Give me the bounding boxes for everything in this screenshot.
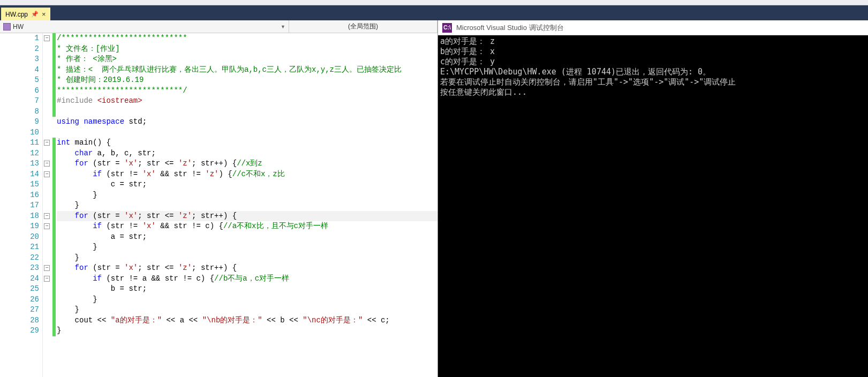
code-line[interactable]: } (57, 326, 437, 336)
code-line[interactable]: char a, b, c, str; (57, 148, 437, 159)
code-line[interactable]: a = str; (57, 232, 437, 243)
line-number: 16 (0, 190, 39, 201)
line-number: 10 (0, 127, 39, 138)
fold-toggle[interactable]: − (44, 213, 50, 219)
scope-dropdown[interactable]: (全局范围) (289, 20, 437, 33)
fold-toggle[interactable]: − (44, 171, 50, 177)
code-line[interactable] (57, 127, 437, 138)
code-line[interactable]: } (57, 253, 437, 263)
code-line[interactable]: if (str != 'x' && str != 'z') {//c不和x，z比 (57, 169, 437, 180)
change-marker (52, 326, 56, 336)
code-line[interactable]: ****************************/ (57, 86, 437, 96)
code-line[interactable]: * 作者： <涂黑> (57, 54, 437, 65)
fold-toggle[interactable]: − (44, 161, 50, 167)
line-number: 7 (0, 96, 39, 107)
line-number: 6 (0, 86, 39, 96)
code-line[interactable]: } (57, 200, 437, 211)
code-line[interactable]: * 文件名：[作业] (57, 44, 437, 55)
code-line[interactable]: } (57, 295, 437, 305)
change-marker (52, 200, 56, 211)
line-number: 4 (0, 65, 39, 76)
change-marker (52, 169, 56, 180)
code-editor-pane: HW ▼ (全局范围) 1234567891011121314151617181… (0, 20, 438, 377)
code-line[interactable]: } (57, 242, 437, 253)
change-marker (52, 253, 56, 263)
console-titlebar[interactable]: C:\ Microsoft Visual Studio 调试控制台 (438, 20, 868, 35)
main-area: HW ▼ (全局范围) 1234567891011121314151617181… (0, 20, 868, 377)
line-number: 28 (0, 315, 39, 326)
code-line[interactable]: } (57, 305, 437, 315)
class-dropdown[interactable]: HW ▼ (0, 20, 289, 33)
change-marker (52, 179, 56, 190)
line-number: 11 (0, 138, 39, 148)
pin-icon[interactable]: 📌 (31, 11, 39, 18)
code-line[interactable]: cout << "a的对手是：" << a << "\nb的对手是：" << b… (57, 315, 437, 326)
change-marker (52, 295, 56, 305)
console-output[interactable]: a的对手是： z b的对手是： x c的对手是： y E:\MYCPP\HW\D… (438, 35, 868, 377)
document-tab-strip: HW.cpp 📌 × (0, 5, 868, 20)
line-number: 18 (0, 211, 39, 222)
line-number-gutter: 1234567891011121314151617181920212223242… (0, 33, 43, 377)
close-icon[interactable]: × (42, 10, 46, 18)
debug-console-window: C:\ Microsoft Visual Studio 调试控制台 a的对手是：… (438, 20, 868, 377)
class-label: HW (13, 23, 24, 31)
line-number: 19 (0, 221, 39, 232)
line-number: 5 (0, 75, 39, 86)
line-number: 29 (0, 326, 39, 336)
line-number: 22 (0, 253, 39, 263)
line-number: 1 (0, 33, 39, 44)
line-number: 12 (0, 148, 39, 159)
change-marker (52, 242, 56, 253)
line-number: 14 (0, 169, 39, 180)
code-line[interactable]: * 描述：< 两个乒乓球队进行比赛，各出三人。甲队为a,b,c三人，乙队为x,y… (57, 65, 437, 76)
class-icon (3, 23, 11, 31)
fold-toggle[interactable]: − (44, 140, 50, 146)
change-marker (52, 159, 56, 169)
change-indicator-bar (52, 33, 56, 377)
file-tab-hw-cpp[interactable]: HW.cpp 📌 × (1, 7, 50, 20)
line-number: 2 (0, 44, 39, 55)
code-line[interactable]: using namespace std; (57, 117, 437, 127)
change-marker (52, 44, 56, 55)
fold-toggle[interactable]: − (44, 265, 50, 271)
change-marker (52, 96, 56, 107)
code-line[interactable]: int main() { (57, 138, 437, 148)
code-line[interactable]: for (str = 'x'; str <= 'z'; str++) { (57, 211, 437, 222)
line-number: 15 (0, 179, 39, 190)
console-icon: C:\ (442, 23, 452, 33)
tab-label: HW.cpp (5, 11, 28, 18)
scope-label: (全局范围) (348, 22, 378, 31)
line-number: 13 (0, 159, 39, 169)
chevron-down-icon: ▼ (281, 24, 285, 29)
fold-column[interactable]: −−−−−−−− (43, 33, 52, 377)
change-marker (52, 107, 56, 117)
line-number: 26 (0, 295, 39, 305)
code-text[interactable]: /***************************** 文件名：[作业]*… (56, 33, 437, 377)
line-number: 24 (0, 274, 39, 284)
change-marker (52, 232, 56, 243)
code-line[interactable]: for (str = 'x'; str <= 'z'; str++) {//x到… (57, 159, 437, 169)
change-marker (52, 221, 56, 232)
code-line[interactable]: if (str != 'x' && str != c) {//a不和x比，且不与… (57, 221, 437, 232)
code-line[interactable] (57, 107, 437, 117)
navigation-bar: HW ▼ (全局范围) (0, 20, 437, 33)
change-marker (52, 54, 56, 65)
line-number: 27 (0, 305, 39, 315)
change-marker (52, 284, 56, 295)
fold-toggle[interactable]: − (44, 223, 50, 229)
line-number: 3 (0, 54, 39, 65)
fold-toggle[interactable]: − (44, 276, 50, 282)
code-line[interactable]: b = str; (57, 284, 437, 295)
code-line[interactable]: if (str != a && str != c) {//b不与a，c对手一样 (57, 274, 437, 284)
change-marker (52, 211, 56, 222)
change-marker (52, 148, 56, 159)
code-line[interactable]: for (str = 'x'; str <= 'z'; str++) { (57, 263, 437, 274)
code-line[interactable]: * 创建时间：2019.6.19 (57, 75, 437, 86)
code-line[interactable]: /**************************** (57, 33, 437, 44)
top-toolbar (0, 0, 868, 5)
code-line[interactable]: #include <iostream> (57, 96, 437, 107)
fold-toggle[interactable]: − (44, 35, 50, 41)
code-line[interactable]: } (57, 190, 437, 201)
code-line[interactable]: c = str; (57, 179, 437, 190)
code-area[interactable]: 1234567891011121314151617181920212223242… (0, 33, 437, 377)
